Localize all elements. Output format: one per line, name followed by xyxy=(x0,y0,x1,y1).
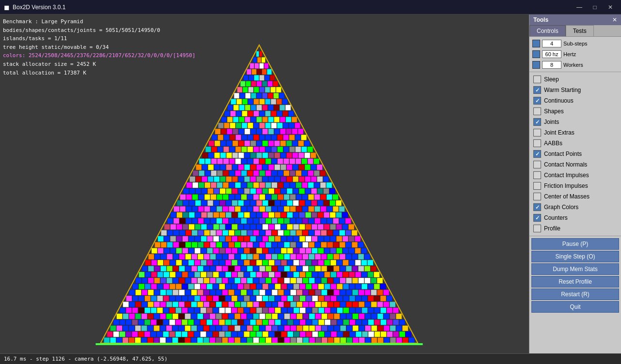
checkbox-contact-impulses[interactable] xyxy=(533,171,541,179)
window-title: Box2D Version 3.0.1 xyxy=(13,4,573,11)
checkbox-row-graph-colors[interactable]: ✓Graph Colors xyxy=(529,202,621,212)
substeps-value[interactable]: 4 xyxy=(542,40,561,47)
button-list: Pause (P)Single Step (O)Dump Mem StatsRe… xyxy=(529,238,621,313)
divider-2 xyxy=(529,236,621,236)
tools-panel: Tools ✕ Controls Tests 4 Sub-steps 60 hz… xyxy=(529,15,621,353)
tools-close-button[interactable]: ✕ xyxy=(612,16,617,23)
checkbox-row-counters[interactable]: ✓Counters xyxy=(529,212,621,223)
workers-label: Workers xyxy=(563,62,618,68)
pause-button[interactable]: Pause (P) xyxy=(531,238,619,250)
tab-bar: Controls Tests xyxy=(529,25,621,37)
checkbox-label-warm-starting: Warm Starting xyxy=(544,87,581,93)
hertz-value[interactable]: 60 hz xyxy=(542,50,561,58)
simulation-area: Benchmark : Large Pyramid bodies/shapes/… xyxy=(0,15,529,353)
status-text: 16.7 ms - step 1126 - camera (-2.56948, … xyxy=(4,356,168,362)
controls-content: 4 Sub-steps 60 hz Hertz 8 Workers Sleep✓… xyxy=(529,37,621,353)
checkbox-label-friction-impulses: Friction Impulses xyxy=(544,182,588,189)
checkbox-label-contact-points: Contact Points xyxy=(544,151,582,157)
title-bar: ◼ Box2D Version 3.0.1 — □ ✕ xyxy=(0,0,621,15)
checkbox-row-joint-extras[interactable]: Joint Extras xyxy=(529,127,621,138)
checkbox-row-sleep[interactable]: Sleep xyxy=(529,74,621,85)
checkbox-warm-starting[interactable]: ✓ xyxy=(533,86,541,94)
checkbox-center-of-masses[interactable] xyxy=(533,193,541,200)
checkbox-graph-colors[interactable]: ✓ xyxy=(533,203,541,211)
checkbox-label-contact-impulses: Contact Impulses xyxy=(544,172,589,179)
hertz-label: Hertz xyxy=(563,51,618,57)
checkbox-list: Sleep✓Warm Starting✓ContinuousShapes✓Joi… xyxy=(529,74,621,234)
app-icon: ◼ xyxy=(4,3,10,11)
tools-title: Tools xyxy=(533,16,548,23)
workers-row: 8 Workers xyxy=(529,60,621,70)
dump-mem-button[interactable]: Dump Mem Stats xyxy=(531,263,619,275)
checkbox-profile[interactable] xyxy=(533,225,541,232)
checkbox-sleep[interactable] xyxy=(533,76,541,83)
substeps-row: 4 Sub-steps xyxy=(529,39,621,48)
main-area: Benchmark : Large Pyramid bodies/shapes/… xyxy=(0,15,621,353)
single-step-button[interactable]: Single Step (O) xyxy=(531,251,619,262)
checkbox-row-joints[interactable]: ✓Joints xyxy=(529,117,621,127)
checkbox-row-aabbs[interactable]: AABBs xyxy=(529,138,621,149)
checkbox-row-contact-impulses[interactable]: Contact Impulses xyxy=(529,170,621,181)
checkbox-contact-points[interactable]: ✓ xyxy=(533,150,541,158)
window-controls: — □ ✕ xyxy=(573,2,617,12)
pyramid-canvas xyxy=(0,15,529,353)
checkbox-label-joints: Joints xyxy=(544,119,559,125)
checkbox-row-continuous[interactable]: ✓Continuous xyxy=(529,95,621,106)
status-bar: 16.7 ms - step 1126 - camera (-2.56948, … xyxy=(0,353,621,364)
tab-controls[interactable]: Controls xyxy=(529,25,566,36)
checkbox-continuous[interactable]: ✓ xyxy=(533,97,541,105)
checkbox-counters[interactable]: ✓ xyxy=(533,214,541,222)
workers-checkbox[interactable] xyxy=(532,61,540,69)
divider-1 xyxy=(529,72,621,72)
substeps-checkbox[interactable] xyxy=(532,40,540,47)
checkbox-label-aabbs: AABBs xyxy=(544,140,562,147)
checkbox-label-graph-colors: Graph Colors xyxy=(544,204,578,211)
close-window-button[interactable]: ✕ xyxy=(604,2,617,12)
restart-button[interactable]: Restart (R) xyxy=(531,288,619,300)
checkbox-label-counters: Counters xyxy=(544,214,568,221)
minimize-button[interactable]: — xyxy=(573,2,586,12)
maximize-button[interactable]: □ xyxy=(588,2,602,12)
checkbox-row-friction-impulses[interactable]: Friction Impulses xyxy=(529,181,621,191)
checkbox-label-contact-normals: Contact Normals xyxy=(544,161,587,168)
checkbox-joints[interactable]: ✓ xyxy=(533,118,541,126)
checkbox-row-profile[interactable]: Profile xyxy=(529,223,621,234)
checkbox-joint-extras[interactable] xyxy=(533,129,541,136)
quit-button[interactable]: Quit xyxy=(531,301,619,313)
checkbox-shapes[interactable] xyxy=(533,107,541,115)
checkbox-label-shapes: Shapes xyxy=(544,108,564,115)
checkbox-label-sleep: Sleep xyxy=(544,76,559,83)
reset-profile-button[interactable]: Reset Profile xyxy=(531,276,619,288)
workers-value[interactable]: 8 xyxy=(542,61,561,69)
checkbox-aabbs[interactable] xyxy=(533,139,541,147)
checkbox-label-joint-extras: Joint Extras xyxy=(544,129,574,136)
checkbox-label-continuous: Continuous xyxy=(544,97,574,104)
checkbox-row-center-of-masses[interactable]: Center of Masses xyxy=(529,191,621,202)
checkbox-contact-normals[interactable] xyxy=(533,161,541,168)
checkbox-friction-impulses[interactable] xyxy=(533,182,541,190)
checkbox-row-shapes[interactable]: Shapes xyxy=(529,106,621,117)
checkbox-label-center-of-masses: Center of Masses xyxy=(544,193,590,200)
checkbox-row-contact-points[interactable]: ✓Contact Points xyxy=(529,149,621,159)
tab-tests[interactable]: Tests xyxy=(566,25,594,36)
tools-header: Tools ✕ xyxy=(529,15,621,25)
hertz-row: 60 hz Hertz xyxy=(529,49,621,59)
substeps-label: Sub-steps xyxy=(563,41,618,46)
checkbox-row-warm-starting[interactable]: ✓Warm Starting xyxy=(529,85,621,95)
hertz-checkbox[interactable] xyxy=(532,50,540,58)
checkbox-row-contact-normals[interactable]: Contact Normals xyxy=(529,159,621,170)
checkbox-label-profile: Profile xyxy=(544,225,560,232)
